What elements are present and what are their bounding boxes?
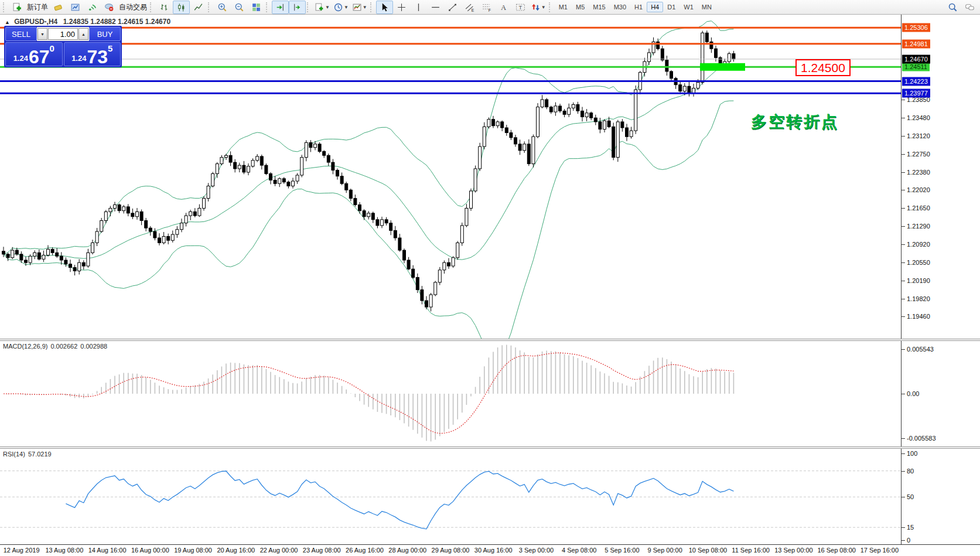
toolbar-grip bbox=[150, 2, 153, 12]
sell-button[interactable]: SELL bbox=[5, 27, 37, 41]
eraser-button[interactable] bbox=[50, 1, 67, 14]
rsi-name: RSI(14) bbox=[3, 451, 25, 458]
chat-icon bbox=[965, 2, 975, 12]
rsi-canvas[interactable] bbox=[0, 449, 901, 544]
macd-plot[interactable]: MACD(12,26,9)0.0026620.002988 bbox=[0, 341, 901, 446]
price-level-label-object[interactable]: 1.24500 bbox=[795, 59, 851, 76]
rsi-plot[interactable]: RSI(14)57.0219 bbox=[0, 449, 901, 544]
toolbar: 新订单 自动交易 bbox=[0, 0, 980, 15]
collapse-marker-icon: ▲ bbox=[5, 19, 10, 25]
chart-period-button[interactable]: ▼ bbox=[332, 1, 350, 14]
timeframe-w1[interactable]: W1 bbox=[679, 2, 698, 12]
timeframe-m1[interactable]: M1 bbox=[555, 2, 572, 12]
chat-button[interactable] bbox=[961, 1, 978, 14]
date-label: 11 Sep 16:00 bbox=[732, 547, 770, 554]
bar-chart-button[interactable] bbox=[156, 1, 173, 14]
horizontal-line-button[interactable] bbox=[427, 1, 444, 14]
bar-chart-icon bbox=[159, 2, 169, 12]
crosshair-button[interactable] bbox=[393, 1, 410, 14]
price-plot[interactable]: ▲ GBPUSD-,H4 1.24835 1.24882 1.24615 1.2… bbox=[0, 15, 901, 339]
volume-decrease-button[interactable]: ▼ bbox=[37, 28, 47, 40]
date-label: 16 Aug 00:00 bbox=[131, 547, 169, 554]
horizontal-line-icon bbox=[431, 2, 441, 12]
auto-trading-label[interactable]: 自动交易 bbox=[119, 2, 147, 12]
vertical-line-button[interactable] bbox=[410, 1, 427, 14]
price-axis[interactable]: 1.238501.234801.231201.227501.223801.220… bbox=[901, 15, 980, 339]
buy-button[interactable]: BUY bbox=[89, 27, 121, 41]
price-chart-canvas[interactable] bbox=[0, 15, 901, 339]
sell-price-prefix: 1.24 bbox=[13, 54, 28, 63]
timeframe-m15[interactable]: M15 bbox=[589, 2, 609, 12]
svg-text:A: A bbox=[501, 4, 507, 12]
volume-increase-button[interactable]: ▲ bbox=[78, 28, 88, 40]
trendline-button[interactable] bbox=[444, 1, 461, 14]
new-order-icon bbox=[12, 2, 22, 12]
timeframe-mn[interactable]: MN bbox=[698, 2, 716, 12]
fibonacci-button[interactable]: F bbox=[478, 1, 495, 14]
zoom-out-button[interactable] bbox=[231, 1, 248, 14]
new-order-button[interactable] bbox=[9, 1, 26, 14]
auto-scroll-icon bbox=[275, 2, 285, 12]
template-icon bbox=[352, 2, 362, 12]
tile-windows-icon bbox=[251, 2, 261, 12]
date-label: 28 Aug 00:00 bbox=[388, 547, 426, 554]
toolbar-grip bbox=[370, 2, 374, 12]
auto-trading-icon bbox=[104, 2, 114, 12]
date-label: 4 Sep 08:00 bbox=[562, 547, 596, 554]
auto-scroll-button[interactable] bbox=[272, 1, 289, 14]
date-label: 29 Aug 08:00 bbox=[432, 547, 470, 554]
chart-shift-icon bbox=[292, 2, 302, 12]
rsi-value: 57.0219 bbox=[28, 451, 52, 458]
search-button[interactable] bbox=[944, 1, 961, 14]
turning-point-note[interactable]: 多空转折点 bbox=[751, 111, 839, 132]
date-label: 17 Sep 16:00 bbox=[861, 547, 899, 554]
toolbar-grip bbox=[266, 2, 269, 12]
svg-text:F: F bbox=[488, 8, 490, 12]
date-label: 12 Aug 2019 bbox=[4, 547, 40, 554]
text-button[interactable]: A bbox=[495, 1, 512, 14]
symbol-period-label: GBPUSD-,H4 bbox=[14, 18, 57, 26]
toolbar-grip bbox=[3, 2, 6, 12]
equidistant-channel-button[interactable]: E bbox=[461, 1, 478, 14]
arrows-button[interactable]: ▼ bbox=[529, 1, 548, 14]
timeframe-m30[interactable]: M30 bbox=[610, 2, 630, 12]
date-axis[interactable]: 12 Aug 201913 Aug 08:0014 Aug 16:0016 Au… bbox=[0, 544, 980, 556]
zoom-in-button[interactable] bbox=[214, 1, 231, 14]
new-order-label[interactable]: 新订单 bbox=[27, 2, 48, 12]
tile-windows-button[interactable] bbox=[248, 1, 265, 14]
rsi-panel: RSI(14)57.0219 1008050150 bbox=[0, 449, 980, 544]
dropdown-caret-icon: ▼ bbox=[363, 5, 367, 10]
macd-canvas[interactable] bbox=[0, 341, 901, 446]
timeframe-h1[interactable]: H1 bbox=[630, 2, 647, 12]
rsi-axis[interactable]: 1008050150 bbox=[901, 449, 980, 544]
candlestick-chart-icon bbox=[176, 2, 186, 12]
text-icon: A bbox=[498, 2, 508, 12]
text-label-button[interactable]: T bbox=[512, 1, 529, 14]
timeframe-h4[interactable]: H4 bbox=[647, 2, 663, 12]
sell-price-button[interactable]: 1.24670 bbox=[5, 42, 63, 66]
toolbar-grip bbox=[208, 2, 211, 12]
zoom-out-icon bbox=[234, 2, 244, 12]
buy-price-button[interactable]: 1.24735 bbox=[64, 42, 121, 66]
macd-name: MACD(12,26,9) bbox=[3, 343, 47, 350]
signal-button[interactable] bbox=[84, 1, 101, 14]
template-button[interactable]: ▼ bbox=[350, 1, 369, 14]
auto-trading-button[interactable] bbox=[101, 1, 118, 14]
timeframe-m5[interactable]: M5 bbox=[572, 2, 589, 12]
macd-header: MACD(12,26,9)0.0026620.002988 bbox=[3, 343, 110, 350]
date-label: 5 Sep 16:00 bbox=[605, 547, 639, 554]
timeframe-d1[interactable]: D1 bbox=[663, 2, 679, 12]
date-label: 20 Aug 16:00 bbox=[217, 547, 255, 554]
line-chart-button[interactable] bbox=[190, 1, 207, 14]
chart-window-button[interactable] bbox=[67, 1, 84, 14]
macd-axis[interactable]: 0.0055430.00-0.005583 bbox=[901, 341, 980, 446]
chart-shift-button[interactable] bbox=[289, 1, 306, 14]
cursor-button[interactable] bbox=[376, 1, 393, 14]
buy-price-big: 73 bbox=[87, 49, 108, 64]
main-chart-panel: ▲ GBPUSD-,H4 1.24835 1.24882 1.24615 1.2… bbox=[0, 15, 980, 339]
volume-input[interactable]: 1.00 bbox=[48, 28, 78, 40]
fibonacci-icon: F bbox=[482, 2, 491, 12]
new-chart-button[interactable]: ▼ bbox=[313, 1, 332, 14]
ohlc-values: 1.24835 1.24882 1.24615 1.24670 bbox=[63, 18, 171, 26]
candlestick-chart-button[interactable] bbox=[173, 1, 190, 14]
